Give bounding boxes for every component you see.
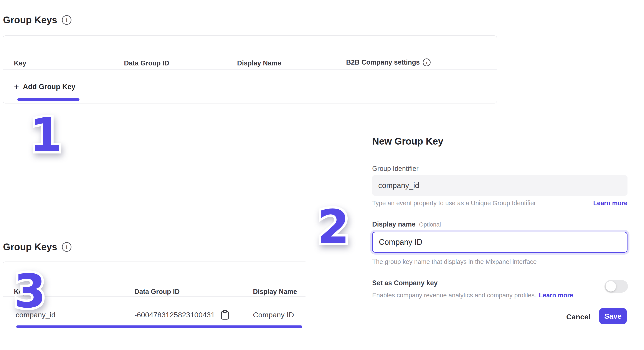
group-keys-settings-page: Group Keys i Key Data Group ID Display N… (0, 0, 644, 350)
column-header-key: Key (14, 59, 26, 67)
group-identifier-label: Group Identifier (372, 165, 418, 172)
toggle-knob (606, 281, 616, 291)
column-header-data-group-id: Data Group ID (134, 288, 180, 296)
step2-annotation: 2 2 (318, 204, 350, 250)
group-keys-table-empty: Key Data Group ID Display Name B2B Compa… (2, 36, 497, 103)
group-identifier-helper-row: Type an event property to use as a Uniqu… (372, 200, 628, 207)
group-identifier-helper: Type an event property to use as a Uniqu… (372, 200, 536, 207)
new-group-key-title: New Group Key (372, 136, 443, 147)
group-keys-title-top: Group Keys (3, 15, 57, 25)
plus-icon: + (14, 82, 19, 91)
company-key-toggle[interactable] (604, 280, 628, 293)
step1-annotation: 1 1 (30, 112, 62, 158)
step3-annotation: 3 3 (14, 268, 46, 314)
table-header-divider (3, 69, 497, 70)
row-data-group-id-cell: -6004783125823100431 (134, 309, 230, 320)
display-name-label-row: Display name Optional (372, 220, 441, 228)
learn-more-link[interactable]: Learn more (539, 292, 573, 299)
info-icon[interactable]: i (62, 15, 72, 25)
step1-underline-annotation (17, 98, 80, 101)
info-icon[interactable]: i (62, 242, 72, 252)
company-key-helper-row: Enables company revenue analytics and co… (372, 292, 611, 299)
cancel-button[interactable]: Cancel (566, 313, 590, 321)
company-key-helper: Enables company revenue analytics and co… (372, 292, 536, 299)
column-header-display-name: Display Name (253, 288, 297, 296)
display-name-helper: The group key name that displays in the … (372, 258, 537, 265)
data-group-id-value: -6004783125823100431 (134, 311, 215, 319)
row-display-name-cell: Company ID (253, 309, 294, 320)
group-keys-title-bottom: Group Keys (3, 242, 57, 252)
group-keys-heading-bottom: Group Keys i (3, 242, 72, 252)
set-company-key-label: Set as Company key (372, 279, 438, 287)
optional-tag: Optional (419, 221, 441, 228)
group-identifier-input[interactable] (372, 175, 628, 196)
display-name-input[interactable] (372, 232, 628, 253)
group-keys-heading-top: Group Keys i (3, 15, 72, 25)
group-keys-table-filled: Key Data Group ID Display Name company_i… (2, 262, 306, 350)
add-group-key-label: Add Group Key (23, 83, 75, 91)
learn-more-link[interactable]: Learn more (593, 200, 628, 207)
table-row-divider (3, 334, 306, 334)
b2b-company-settings-label: B2B Company settings (346, 59, 420, 66)
copy-icon[interactable] (220, 309, 230, 320)
display-name-helper-row: The group key name that displays in the … (372, 258, 628, 265)
table-header-divider (3, 296, 306, 297)
column-header-b2b-company-settings: B2B Company settings i (346, 59, 430, 66)
step3-underline-annotation (16, 325, 302, 328)
save-button[interactable]: Save (599, 308, 627, 324)
info-icon[interactable]: i (423, 59, 430, 66)
column-header-display-name: Display Name (237, 59, 281, 67)
column-header-data-group-id: Data Group ID (124, 59, 169, 67)
add-group-key-button[interactable]: + Add Group Key (14, 82, 75, 92)
display-name-label: Display name (372, 220, 416, 228)
